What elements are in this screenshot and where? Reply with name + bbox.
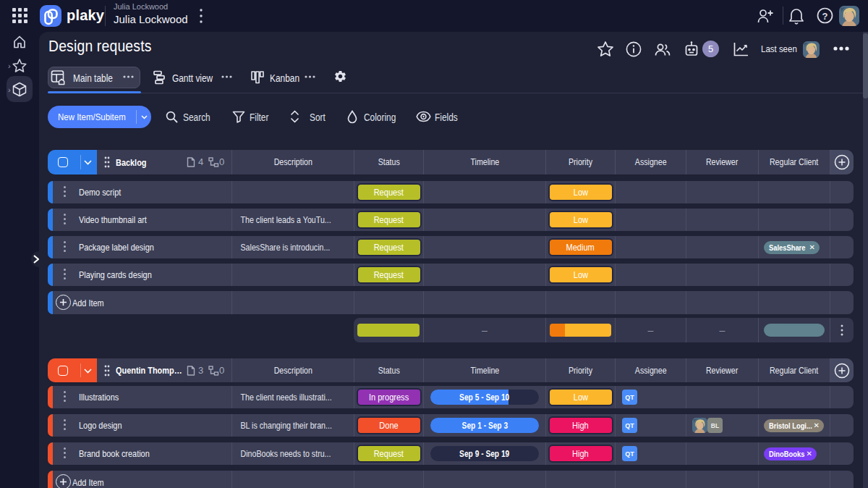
svg-text:?: ? [822, 11, 828, 22]
